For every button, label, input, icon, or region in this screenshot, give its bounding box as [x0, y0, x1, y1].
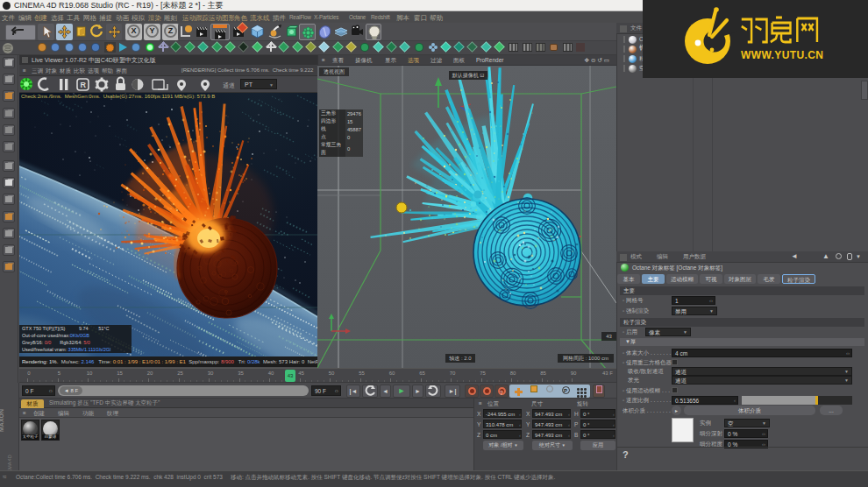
svg-text:R: R [81, 81, 87, 89]
svg-text:通道: 通道 [223, 81, 235, 88]
svg-text:WWW.YUTU.CN: WWW.YUTU.CN [741, 49, 823, 61]
